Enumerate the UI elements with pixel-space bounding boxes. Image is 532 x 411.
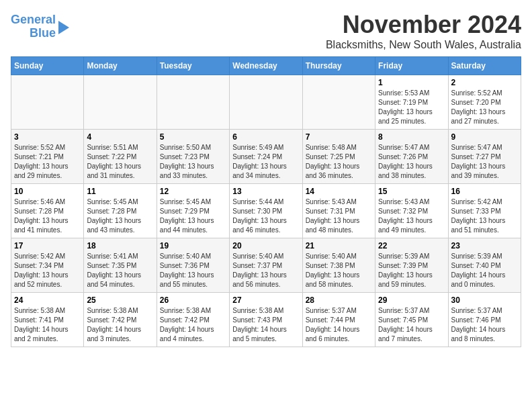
day-number: 20 <box>232 241 299 250</box>
calendar-cell: 11Sunrise: 5:45 AMSunset: 7:28 PMDayligh… <box>84 184 157 238</box>
calendar-cell: 16Sunrise: 5:42 AMSunset: 7:33 PMDayligh… <box>448 184 521 238</box>
day-number: 16 <box>451 187 518 196</box>
calendar-cell: 9Sunrise: 5:47 AMSunset: 7:27 PMDaylight… <box>448 130 521 184</box>
calendar-cell: 2Sunrise: 5:52 AMSunset: 7:20 PMDaylight… <box>448 75 521 130</box>
day-number: 8 <box>378 132 445 142</box>
day-number: 25 <box>87 295 153 305</box>
day-info: Sunrise: 5:40 AMSunset: 7:36 PMDaylight:… <box>160 252 226 289</box>
day-info: Sunrise: 5:37 AMSunset: 7:46 PMDaylight:… <box>451 306 518 344</box>
day-number: 15 <box>378 187 445 196</box>
day-number: 14 <box>306 187 372 196</box>
day-number: 18 <box>87 241 153 250</box>
day-number: 10 <box>14 187 81 196</box>
day-number: 2 <box>451 78 518 87</box>
logo: General Blue <box>11 13 69 40</box>
day-info: Sunrise: 5:45 AMSunset: 7:29 PMDaylight:… <box>160 197 226 235</box>
calendar-cell: 7Sunrise: 5:48 AMSunset: 7:25 PMDaylight… <box>302 130 375 184</box>
day-info: Sunrise: 5:47 AMSunset: 7:26 PMDaylight:… <box>378 143 445 181</box>
header-saturday: Saturday <box>448 57 521 75</box>
calendar-cell: 27Sunrise: 5:38 AMSunset: 7:43 PMDayligh… <box>230 293 302 347</box>
day-number: 26 <box>160 295 226 305</box>
day-number: 21 <box>306 241 372 250</box>
day-info: Sunrise: 5:44 AMSunset: 7:30 PMDaylight:… <box>232 197 299 235</box>
calendar-cell <box>157 75 229 130</box>
title-section: November 2024 Blacksmiths, New South Wal… <box>326 11 521 51</box>
calendar-cell: 1Sunrise: 5:53 AMSunset: 7:19 PMDaylight… <box>375 75 448 130</box>
calendar-cell: 30Sunrise: 5:37 AMSunset: 7:46 PMDayligh… <box>448 293 521 347</box>
day-number: 9 <box>451 132 518 142</box>
day-info: Sunrise: 5:39 AMSunset: 7:40 PMDaylight:… <box>451 252 518 289</box>
calendar-cell: 12Sunrise: 5:45 AMSunset: 7:29 PMDayligh… <box>157 184 229 238</box>
header-friday: Friday <box>375 57 448 75</box>
logo-line1: General <box>11 13 56 27</box>
calendar-cell: 26Sunrise: 5:38 AMSunset: 7:42 PMDayligh… <box>157 293 229 347</box>
calendar-cell: 24Sunrise: 5:38 AMSunset: 7:41 PMDayligh… <box>11 293 84 347</box>
day-number: 30 <box>451 295 518 305</box>
day-info: Sunrise: 5:38 AMSunset: 7:43 PMDaylight:… <box>232 306 299 344</box>
calendar-header-row: SundayMondayTuesdayWednesdayThursdayFrid… <box>11 57 521 75</box>
day-info: Sunrise: 5:42 AMSunset: 7:33 PMDaylight:… <box>451 197 518 235</box>
day-number: 17 <box>14 241 81 250</box>
day-info: Sunrise: 5:37 AMSunset: 7:44 PMDaylight:… <box>306 306 372 344</box>
header-tuesday: Tuesday <box>157 57 229 75</box>
location-subtitle: Blacksmiths, New South Wales, Australia <box>326 39 521 51</box>
day-number: 27 <box>232 295 299 305</box>
day-info: Sunrise: 5:38 AMSunset: 7:42 PMDaylight:… <box>160 306 226 344</box>
calendar-cell <box>230 75 302 130</box>
day-info: Sunrise: 5:45 AMSunset: 7:28 PMDaylight:… <box>87 197 153 235</box>
calendar-cell: 20Sunrise: 5:40 AMSunset: 7:37 PMDayligh… <box>230 238 302 293</box>
calendar-cell: 28Sunrise: 5:37 AMSunset: 7:44 PMDayligh… <box>302 293 375 347</box>
header-sunday: Sunday <box>11 57 84 75</box>
calendar-cell: 5Sunrise: 5:50 AMSunset: 7:23 PMDaylight… <box>157 130 229 184</box>
day-info: Sunrise: 5:40 AMSunset: 7:38 PMDaylight:… <box>306 252 372 289</box>
calendar-cell: 25Sunrise: 5:38 AMSunset: 7:42 PMDayligh… <box>84 293 157 347</box>
calendar-cell: 6Sunrise: 5:49 AMSunset: 7:24 PMDaylight… <box>230 130 302 184</box>
calendar-cell: 14Sunrise: 5:43 AMSunset: 7:31 PMDayligh… <box>302 184 375 238</box>
header-thursday: Thursday <box>302 57 375 75</box>
header-wednesday: Wednesday <box>230 57 302 75</box>
calendar-cell: 22Sunrise: 5:39 AMSunset: 7:39 PMDayligh… <box>375 238 448 293</box>
day-info: Sunrise: 5:43 AMSunset: 7:31 PMDaylight:… <box>306 197 372 235</box>
day-info: Sunrise: 5:38 AMSunset: 7:41 PMDaylight:… <box>14 306 81 344</box>
day-info: Sunrise: 5:48 AMSunset: 7:25 PMDaylight:… <box>306 143 372 181</box>
calendar-cell: 8Sunrise: 5:47 AMSunset: 7:26 PMDaylight… <box>375 130 448 184</box>
day-number: 3 <box>14 132 81 142</box>
day-number: 23 <box>451 241 518 250</box>
day-info: Sunrise: 5:49 AMSunset: 7:24 PMDaylight:… <box>232 143 299 181</box>
day-number: 24 <box>14 295 81 305</box>
day-number: 28 <box>306 295 372 305</box>
day-info: Sunrise: 5:41 AMSunset: 7:35 PMDaylight:… <box>87 252 153 289</box>
calendar-cell: 10Sunrise: 5:46 AMSunset: 7:28 PMDayligh… <box>11 184 84 238</box>
calendar-cell: 23Sunrise: 5:39 AMSunset: 7:40 PMDayligh… <box>448 238 521 293</box>
logo-arrow-icon <box>58 21 69 34</box>
day-info: Sunrise: 5:42 AMSunset: 7:34 PMDaylight:… <box>14 252 81 289</box>
calendar-cell: 17Sunrise: 5:42 AMSunset: 7:34 PMDayligh… <box>11 238 84 293</box>
calendar-cell: 21Sunrise: 5:40 AMSunset: 7:38 PMDayligh… <box>302 238 375 293</box>
calendar-cell: 15Sunrise: 5:43 AMSunset: 7:32 PMDayligh… <box>375 184 448 238</box>
week-row-3: 10Sunrise: 5:46 AMSunset: 7:28 PMDayligh… <box>11 184 521 238</box>
day-number: 22 <box>378 241 445 250</box>
day-info: Sunrise: 5:39 AMSunset: 7:39 PMDaylight:… <box>378 252 445 289</box>
week-row-5: 24Sunrise: 5:38 AMSunset: 7:41 PMDayligh… <box>11 293 521 347</box>
day-info: Sunrise: 5:52 AMSunset: 7:21 PMDaylight:… <box>14 143 81 181</box>
calendar-cell: 29Sunrise: 5:37 AMSunset: 7:45 PMDayligh… <box>375 293 448 347</box>
day-info: Sunrise: 5:51 AMSunset: 7:22 PMDaylight:… <box>87 143 153 181</box>
day-number: 6 <box>232 132 299 142</box>
day-info: Sunrise: 5:47 AMSunset: 7:27 PMDaylight:… <box>451 143 518 181</box>
day-number: 12 <box>160 187 226 196</box>
day-info: Sunrise: 5:46 AMSunset: 7:28 PMDaylight:… <box>14 197 81 235</box>
day-number: 5 <box>160 132 226 142</box>
calendar-cell <box>302 75 375 130</box>
logo-line2: Blue <box>30 27 56 40</box>
day-number: 29 <box>378 295 445 305</box>
header-monday: Monday <box>84 57 157 75</box>
day-number: 4 <box>87 132 153 142</box>
week-row-1: 1Sunrise: 5:53 AMSunset: 7:19 PMDaylight… <box>11 75 521 130</box>
day-number: 1 <box>378 78 445 87</box>
calendar-cell: 19Sunrise: 5:40 AMSunset: 7:36 PMDayligh… <box>157 238 229 293</box>
week-row-4: 17Sunrise: 5:42 AMSunset: 7:34 PMDayligh… <box>11 238 521 293</box>
calendar-cell <box>84 75 157 130</box>
calendar-cell: 13Sunrise: 5:44 AMSunset: 7:30 PMDayligh… <box>230 184 302 238</box>
day-info: Sunrise: 5:50 AMSunset: 7:23 PMDaylight:… <box>160 143 226 181</box>
week-row-2: 3Sunrise: 5:52 AMSunset: 7:21 PMDaylight… <box>11 130 521 184</box>
